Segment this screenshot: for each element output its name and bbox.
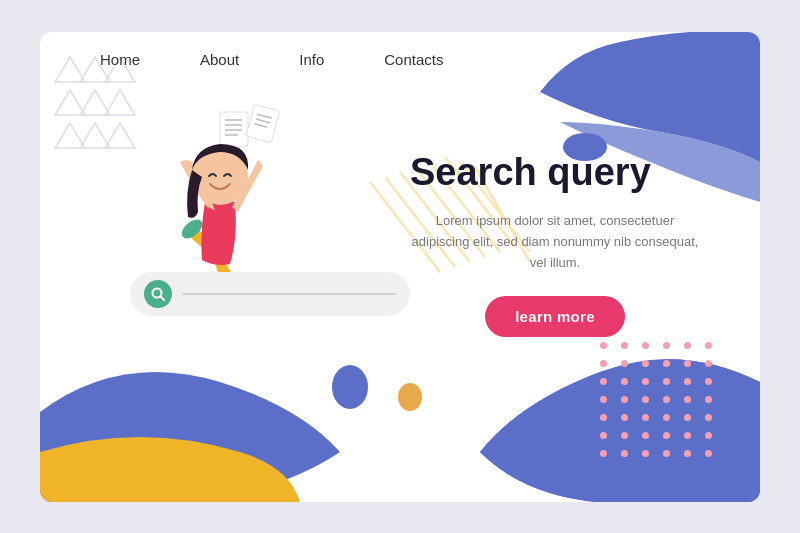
pink-dot xyxy=(684,396,691,403)
pink-dot xyxy=(621,414,628,421)
pink-dot xyxy=(684,450,691,457)
nav-home[interactable]: Home xyxy=(100,51,140,68)
pink-dot xyxy=(663,414,670,421)
search-icon xyxy=(144,280,172,308)
pink-dot xyxy=(705,360,712,367)
pink-dot xyxy=(705,432,712,439)
pink-dot xyxy=(642,360,649,367)
svg-point-1 xyxy=(332,365,368,409)
pink-dot xyxy=(600,432,607,439)
svg-rect-25 xyxy=(246,104,280,143)
pink-dot xyxy=(642,396,649,403)
pink-dot xyxy=(621,432,628,439)
pink-dot xyxy=(600,342,607,349)
learn-more-button[interactable]: learn more xyxy=(485,296,625,337)
pink-dot xyxy=(600,414,607,421)
search-input-line xyxy=(182,293,396,295)
pink-dot xyxy=(684,432,691,439)
pink-dot xyxy=(621,378,628,385)
navigation: Home About Info Contacts xyxy=(40,32,760,87)
pink-dot xyxy=(621,450,628,457)
pink-dot xyxy=(642,342,649,349)
svg-marker-14 xyxy=(55,90,85,115)
nav-about[interactable]: About xyxy=(200,51,239,68)
nav-info[interactable]: Info xyxy=(299,51,324,68)
svg-point-2 xyxy=(398,383,422,411)
svg-line-33 xyxy=(161,296,165,300)
pink-dot xyxy=(642,378,649,385)
pink-dot xyxy=(663,360,670,367)
pink-dot xyxy=(684,414,691,421)
pink-dot xyxy=(642,414,649,421)
hero-content: Search query Lorem ipsum dolor sit amet,… xyxy=(410,152,700,337)
pink-dot xyxy=(705,414,712,421)
hero-heading: Search query xyxy=(410,152,700,194)
pink-dot xyxy=(663,432,670,439)
pink-dot xyxy=(705,342,712,349)
pink-dot xyxy=(684,378,691,385)
pink-dot xyxy=(663,342,670,349)
svg-marker-15 xyxy=(80,90,110,115)
pink-dot xyxy=(642,450,649,457)
pink-dot xyxy=(642,432,649,439)
pink-dot xyxy=(684,342,691,349)
pink-dot xyxy=(705,378,712,385)
nav-contacts[interactable]: Contacts xyxy=(384,51,443,68)
main-card: // rendered via JS below Home About Info… xyxy=(40,32,760,502)
pink-dot xyxy=(621,342,628,349)
pink-dot xyxy=(600,396,607,403)
pink-dot xyxy=(705,450,712,457)
pink-dots-decoration: // rendered via JS below xyxy=(600,342,720,462)
pink-dot xyxy=(663,396,670,403)
search-bar[interactable] xyxy=(130,272,410,316)
pink-dot xyxy=(705,396,712,403)
pink-dot xyxy=(600,360,607,367)
hero-body: Lorem ipsum dolor sit amet, consectetuer… xyxy=(410,211,700,273)
svg-marker-18 xyxy=(80,123,110,148)
pink-dot xyxy=(600,378,607,385)
pink-dot xyxy=(663,450,670,457)
svg-marker-17 xyxy=(55,123,85,148)
pink-dot xyxy=(621,396,628,403)
pink-dot xyxy=(663,378,670,385)
pink-dot xyxy=(600,450,607,457)
pink-dot xyxy=(621,360,628,367)
pink-dot xyxy=(684,360,691,367)
